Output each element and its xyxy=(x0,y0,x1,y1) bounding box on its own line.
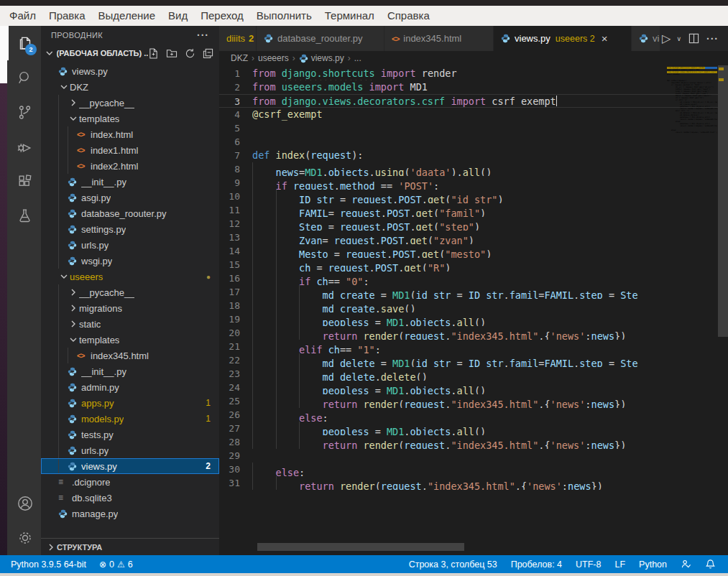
code-line-8[interactable]: 8news=MD1.objects.using('daata').all() xyxy=(219,162,718,176)
line-number[interactable]: 20 xyxy=(219,326,252,340)
outline-section-header[interactable]: СТРУКТУРА xyxy=(41,538,219,555)
line-number[interactable]: 28 xyxy=(219,435,252,449)
line-number[interactable]: 8 xyxy=(219,162,252,176)
line-number[interactable]: 13 xyxy=(219,231,252,244)
code-line-15[interactable]: 15ch = request.POST.get("R") xyxy=(219,258,718,271)
breadcrumb-item[interactable]: views.py xyxy=(299,53,344,63)
tab-index345.html[interactable]: <>index345.html xyxy=(384,26,494,51)
tree-item-index.html[interactable]: <>index.html xyxy=(41,126,219,142)
status-interpreter[interactable]: Python 3.9.5 64-bit xyxy=(7,559,90,570)
code-line-25[interactable]: 25return render(request,"index345.html",… xyxy=(219,394,718,408)
line-number[interactable]: 27 xyxy=(219,422,252,435)
line-number[interactable]: 14 xyxy=(219,244,252,258)
tree-item-views.py[interactable]: views.py2 xyxy=(41,458,219,474)
tree-item-__init__.py[interactable]: __init__.py xyxy=(41,174,219,190)
code-line-1[interactable]: 1from django.shortcuts import render xyxy=(219,67,718,80)
code-line-23[interactable]: 23md_delete.delete() xyxy=(219,367,718,381)
code-line-6[interactable]: 6 xyxy=(219,135,718,149)
status-indicator[interactable]: Python xyxy=(635,559,671,570)
line-number[interactable]: 10 xyxy=(219,190,252,203)
code-line-16[interactable]: 16if ch== "0": xyxy=(219,271,718,285)
status-indicator[interactable]: UTF-8 xyxy=(572,559,604,570)
code-line-31[interactable]: 31return render(request,"index345.html",… xyxy=(219,476,718,490)
code-line-19[interactable]: 19peopless = MD1.objects.all() xyxy=(219,312,718,326)
code-line-24[interactable]: 24peopless = MD1.objects.all() xyxy=(219,381,718,394)
tree-item-views.py[interactable]: views.py xyxy=(41,63,219,79)
tab-vie[interactable]: vie xyxy=(632,26,660,51)
code-line-29[interactable]: 29 xyxy=(219,449,718,463)
code-editor[interactable]: 1from django.shortcuts import render2fro… xyxy=(219,65,728,555)
tree-item-index2.html[interactable]: <>index2.html xyxy=(41,158,219,174)
menubar-item[interactable]: Правка xyxy=(42,6,92,26)
line-number[interactable]: 17 xyxy=(219,285,252,299)
menubar-item[interactable]: Выделение xyxy=(92,6,162,26)
code-line-5[interactable]: 5 xyxy=(219,121,718,135)
settings-button[interactable] xyxy=(7,521,41,555)
status-indicator[interactable]: Строка 3, столбец 53 xyxy=(405,559,501,570)
tab-database_roouter.py[interactable]: database_roouter.py xyxy=(257,26,384,51)
tree-item-wsgi.py[interactable]: wsgi.py xyxy=(41,253,219,269)
tree-item-settings.py[interactable]: settings.py xyxy=(41,221,219,237)
tree-item-static[interactable]: static xyxy=(41,316,219,332)
activity-run-debug-button[interactable] xyxy=(7,129,41,164)
code-line-17[interactable]: 17md_create = MD1(id_str = ID_str,famil=… xyxy=(219,285,718,299)
tree-item-admin.py[interactable]: admin.py xyxy=(41,379,219,395)
code-line-14[interactable]: 14Mesto = request.POST.get("mesto") xyxy=(219,244,718,258)
code-line-28[interactable]: 28return render(request,"index345.html",… xyxy=(219,435,718,449)
line-number[interactable]: 7 xyxy=(219,149,252,162)
code-line-20[interactable]: 20return render(request,"index345.html",… xyxy=(219,326,718,340)
vertical-scrollbar[interactable] xyxy=(718,65,728,555)
new-file-icon[interactable] xyxy=(148,48,159,59)
menubar-item[interactable]: Терминал xyxy=(318,6,381,26)
tree-item-database_roouter.py[interactable]: database_roouter.py xyxy=(41,205,219,221)
tree-item-useeers[interactable]: useeers● xyxy=(41,269,219,284)
code-line-2[interactable]: 2from useeers.models import MD1 xyxy=(219,80,718,94)
code-line-18[interactable]: 18md_create.save() xyxy=(219,299,718,312)
tab-close-icon[interactable]: × xyxy=(602,32,608,45)
new-folder-icon[interactable] xyxy=(166,48,178,59)
code-line-13[interactable]: 13Zvan= request.POST.get("zvan") xyxy=(219,231,718,244)
status-problems[interactable]: ⊗0⚠6 xyxy=(96,559,137,570)
line-number[interactable]: 30 xyxy=(219,463,252,476)
tree-item-asgi.py[interactable]: asgi.py xyxy=(41,190,219,205)
tree-item-__pycache__[interactable]: __pycache__ xyxy=(41,95,219,111)
line-number[interactable]: 23 xyxy=(219,367,252,381)
breadcrumb-item[interactable]: DKZ xyxy=(231,53,248,63)
menubar-item[interactable]: Файл xyxy=(3,6,42,26)
code-line-26[interactable]: 26else: xyxy=(219,408,718,422)
activity-source-control-button[interactable] xyxy=(7,95,41,129)
tab-views.py[interactable]: views.pyuseeers 2× xyxy=(494,26,632,51)
tree-item-__init__.py[interactable]: __init__.py xyxy=(41,363,219,379)
code-line-3[interactable]: 3from django.views.decorators.csrf impor… xyxy=(219,94,718,108)
status-indicator[interactable]: LF xyxy=(611,559,629,570)
refresh-icon[interactable] xyxy=(185,48,195,59)
tree-item-urls.py[interactable]: urls.py xyxy=(41,237,219,253)
code-line-21[interactable]: 21elif ch== "1": xyxy=(219,340,718,353)
tree-item-templates[interactable]: templates xyxy=(41,111,219,126)
line-number[interactable]: 31 xyxy=(219,476,252,490)
line-number[interactable]: 9 xyxy=(219,176,252,190)
tree-item-templates[interactable]: templates xyxy=(41,332,219,348)
tree-item-tests.py[interactable]: tests.py xyxy=(41,427,219,442)
run-dropdown-chevron[interactable]: ∨ xyxy=(674,35,683,42)
line-number[interactable]: 29 xyxy=(219,449,252,463)
code-line-10[interactable]: 10ID_str = request.POST.get("id_str") xyxy=(219,190,718,203)
tree-item-index1.html[interactable]: <>index1.html xyxy=(41,142,219,158)
line-number[interactable]: 15 xyxy=(219,258,252,271)
line-number[interactable]: 16 xyxy=(219,271,252,285)
activity-extensions-button[interactable] xyxy=(7,164,41,198)
collapse-all-icon[interactable] xyxy=(203,48,213,59)
code-line-27[interactable]: 27peopless = MD1.objects.all() xyxy=(219,422,718,435)
code-line-9[interactable]: 9if request.method == 'POST': xyxy=(219,176,718,190)
activity-testing-button[interactable] xyxy=(7,198,41,233)
line-number[interactable]: 6 xyxy=(219,135,252,149)
account-button[interactable] xyxy=(7,486,41,521)
split-editor-button[interactable] xyxy=(686,33,701,44)
line-number[interactable]: 11 xyxy=(219,203,252,217)
minimap[interactable]: from django.shortcuts import renderfrom … xyxy=(667,67,717,134)
line-number[interactable]: 26 xyxy=(219,408,252,422)
workspace-section-header[interactable]: (РАБОЧАЯ ОБЛАСТЬ) ... xyxy=(41,45,219,62)
activity-search-button[interactable] xyxy=(7,60,41,95)
activity-explorer-button[interactable]: 2 xyxy=(7,26,41,60)
line-number[interactable]: 12 xyxy=(219,217,252,231)
